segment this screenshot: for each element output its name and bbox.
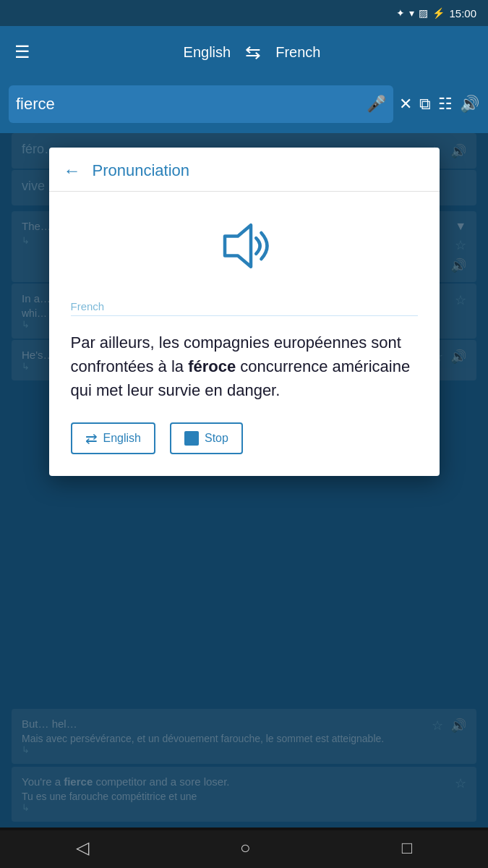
modal-header: ← Pronunciation [49, 148, 440, 192]
search-input-wrapper[interactable]: fierce 🎤 [9, 85, 393, 123]
home-nav-icon[interactable]: ○ [240, 838, 251, 858]
bluetooth-icon: ✦ [396, 7, 405, 19]
swap-languages-icon[interactable]: ⇆ [245, 41, 261, 64]
microphone-icon[interactable]: 🎤 [367, 95, 386, 114]
modal-body: French Par ailleurs, les compagnies euro… [49, 192, 440, 476]
battery-icon: ⚡ [432, 7, 445, 19]
sound-icon[interactable]: 🔊 [460, 95, 479, 114]
pronunciation-sound-icon[interactable] [71, 213, 418, 278]
nav-bar: ☰ English ⇆ French [0, 26, 488, 78]
modal-footer: ⇄ English Stop [71, 422, 418, 459]
modal-bold-word: féroce [188, 357, 236, 375]
status-time: 15:00 [449, 7, 476, 20]
wifi-icon: ▾ [409, 7, 414, 19]
status-icons: ✦ ▾ ▨ ⚡ 15:00 [396, 7, 476, 20]
search-actions: ✕ ⧉ ☷ 🔊 [399, 95, 479, 114]
language-selector: English ⇆ French [30, 41, 474, 64]
modal-title: Pronunciation [93, 161, 190, 180]
swap-icon: ⇄ [85, 430, 98, 447]
copy-icon[interactable]: ⧉ [419, 95, 431, 114]
search-query: fierce [16, 95, 367, 114]
grid-icon[interactable]: ☷ [438, 95, 453, 114]
modal-back-button[interactable]: ← [64, 161, 81, 181]
modal-language-label: French [71, 300, 418, 316]
pronunciation-modal: ← Pronunciation French [49, 148, 440, 476]
recents-nav-icon[interactable]: □ [402, 838, 413, 858]
english-button-label: English [103, 432, 141, 445]
status-bar: ✦ ▾ ▨ ⚡ 15:00 [0, 0, 488, 26]
menu-icon[interactable]: ☰ [14, 42, 30, 62]
source-language[interactable]: English [184, 44, 231, 61]
speaker-svg [212, 213, 277, 278]
stop-icon [184, 431, 199, 446]
stop-button[interactable]: Stop [170, 422, 243, 454]
bottom-nav: ◁ ○ □ [0, 827, 488, 868]
back-nav-icon[interactable]: ◁ [76, 838, 89, 858]
target-language[interactable]: French [275, 44, 320, 61]
clear-icon[interactable]: ✕ [399, 95, 412, 114]
signal-icon: ▨ [419, 7, 428, 19]
main-content: féro… ☆ 🔊 vive The… ↳ ▼ ☆ 🔊 [0, 133, 488, 830]
modal-overlay: ← Pronunciation French [0, 133, 488, 830]
svg-marker-0 [225, 225, 251, 267]
modal-pronunciation-text: Par ailleurs, les compagnies européennes… [71, 331, 418, 402]
english-button[interactable]: ⇄ English [71, 422, 155, 454]
search-bar: fierce 🎤 ✕ ⧉ ☷ 🔊 [0, 78, 488, 133]
stop-button-label: Stop [205, 432, 228, 445]
